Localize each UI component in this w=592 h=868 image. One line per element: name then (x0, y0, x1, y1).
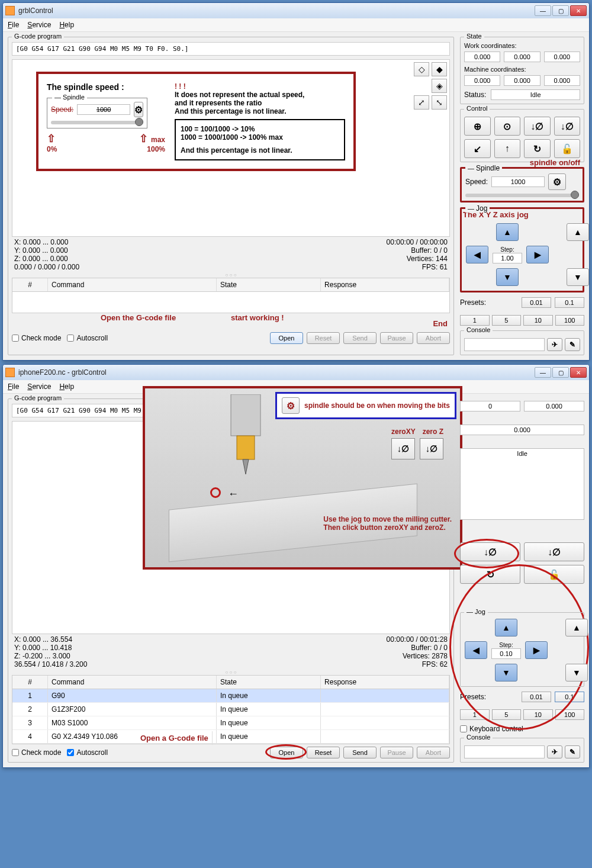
view-solid-icon[interactable]: ◆ (432, 62, 447, 76)
view-iso-icon[interactable]: ◈ (432, 79, 447, 93)
console-send-icon[interactable]: ✈ (547, 745, 562, 758)
preset-1[interactable]: 1 (460, 315, 490, 326)
spindle-demo-box: — Spindle Speed: ⚙ (47, 98, 147, 128)
zero-xy-button[interactable]: ↓∅ (524, 117, 551, 136)
jog-x-minus[interactable]: ◀ (465, 641, 487, 659)
maximize-button[interactable]: ▢ (552, 367, 569, 378)
send-button[interactable]: Send (343, 332, 377, 344)
annotation-spindle-onoff: spindle on/off (530, 158, 580, 167)
work-x: 0.000 (464, 52, 500, 62)
view-wireframe-icon[interactable]: ◇ (414, 62, 429, 76)
jog-x-plus[interactable]: ▶ (525, 641, 548, 659)
annotation-100pct: 100% (147, 145, 165, 153)
arrow-up-icon: ⇧ (47, 132, 56, 145)
svg-marker-6 (243, 459, 249, 474)
minimize-button[interactable]: — (535, 5, 551, 16)
app-icon (5, 368, 15, 377)
svg-rect-5 (237, 436, 255, 459)
mach-x: 0.000 (464, 75, 500, 86)
check-mode-checkbox[interactable]: Check mode (12, 748, 61, 757)
origin-button[interactable]: ↙ (464, 139, 491, 158)
jog-z-minus[interactable]: ▼ (565, 664, 588, 681)
unlock-button[interactable]: 🔓 (554, 139, 581, 158)
jog-y-plus[interactable]: ▲ (495, 619, 517, 636)
menu-service[interactable]: Service (27, 21, 51, 29)
speed-label: Speed: (465, 178, 488, 186)
preset-10[interactable]: 10 (523, 315, 553, 326)
col-state: State (217, 278, 321, 291)
annotation-ratio2: 1000 = 1000/1000 -> 100% max (181, 133, 339, 142)
close-button[interactable]: ✕ (570, 367, 587, 378)
table-row[interactable]: 4 G0 X2.4349 Y10.086 In queue Open a G-c… (12, 730, 449, 744)
autoscroll-checkbox[interactable]: Autoscroll (67, 334, 108, 342)
window-grblcontrol-1: grblControl — ▢ ✕ File Service Help G-co… (2, 2, 590, 361)
step-input[interactable]: 0.10 (491, 648, 521, 659)
console-send-icon[interactable]: ✈ (547, 338, 562, 351)
console-input[interactable] (464, 338, 545, 351)
view-fit-icon[interactable]: ⤡ (432, 95, 447, 110)
reset-button[interactable]: Reset (307, 747, 340, 758)
console-clear-icon[interactable]: ✎ (565, 745, 580, 758)
preset-0-1[interactable]: 0.1 (555, 297, 584, 308)
view-expand-icon[interactable]: ⤢ (414, 95, 429, 110)
zero-z-button[interactable]: ↓∅ (554, 117, 581, 136)
reset-button[interactable]: Reset (307, 332, 340, 344)
annotation-zeroz-label: zero Z (423, 427, 443, 436)
reset-control-button[interactable]: ↻ (524, 139, 551, 158)
step-input[interactable]: 1.00 (493, 253, 522, 263)
console-input[interactable] (464, 745, 545, 758)
annotation-bang: ! ! ! (175, 82, 345, 91)
probe-button[interactable]: ⊙ (494, 117, 521, 136)
annotation-ratio3: And this percentage is not linear. (181, 146, 339, 155)
preset-5[interactable]: 5 (492, 315, 522, 326)
jog-x-plus[interactable]: ▶ (526, 246, 549, 263)
autoscroll-checkbox[interactable]: Autoscroll (67, 748, 108, 757)
maximize-button[interactable]: ▢ (552, 5, 569, 16)
zero-z-button[interactable]: ↓∅ (524, 542, 584, 561)
table-row[interactable]: 2 G1Z3F200 In queue (12, 703, 449, 716)
home-button[interactable]: ⊕ (464, 117, 491, 136)
status-label: Status: (464, 91, 486, 99)
speed-input[interactable] (491, 176, 545, 187)
spindle-toggle-button[interactable]: ⚙ (548, 173, 566, 190)
abort-button[interactable]: Abort (417, 332, 450, 344)
work-coord-label: Work coordinates: (464, 42, 580, 49)
safe-z-button[interactable]: ↑ (494, 139, 521, 158)
jog-z-minus[interactable]: ▼ (567, 268, 589, 286)
preset-0-01[interactable]: 0.01 (522, 297, 551, 308)
menu-service[interactable]: Service (27, 382, 51, 391)
console-clear-icon[interactable]: ✎ (565, 338, 580, 351)
table-row[interactable]: 1 G90 In queue (12, 689, 449, 703)
spindle-toggle-icon[interactable]: ⚙ (134, 102, 143, 117)
annotation-zero-circle (454, 539, 519, 568)
abort-button[interactable]: Abort (417, 747, 450, 758)
jog-y-minus[interactable]: ▼ (496, 268, 519, 286)
close-button[interactable]: ✕ (570, 5, 587, 16)
jog-y-minus[interactable]: ▼ (495, 664, 517, 681)
annotation-open-circle (265, 744, 307, 760)
menu-help[interactable]: Help (59, 21, 74, 29)
annotation-milling-overlay: ← ⚙ spindle should be on when moving the… (143, 386, 462, 570)
gcode-viewport[interactable]: iPhone (12, 421, 450, 634)
speed-slider-demo (51, 121, 143, 124)
gcode-table[interactable]: # Command State Response 1 G90 In queue … (12, 675, 450, 744)
speed-slider[interactable] (465, 194, 579, 197)
jog-y-plus[interactable]: ▲ (496, 223, 519, 241)
preset-100[interactable]: 100 (555, 315, 585, 326)
menu-help[interactable]: Help (59, 382, 74, 391)
pause-button[interactable]: Pause (380, 747, 413, 758)
jog-z-plus[interactable]: ▲ (565, 619, 588, 636)
table-row[interactable]: 3 M03 S1000 In queue (12, 716, 449, 730)
jog-z-plus[interactable]: ▲ (567, 223, 589, 241)
check-mode-checkbox[interactable]: Check mode (12, 334, 61, 342)
menu-file[interactable]: File (8, 382, 19, 391)
send-button[interactable]: Send (343, 747, 377, 758)
open-button[interactable]: Open (270, 332, 303, 344)
annotation-open-gcode: Open a G-code file (137, 731, 213, 745)
menu-file[interactable]: File (8, 21, 19, 29)
minimize-button[interactable]: — (535, 367, 551, 378)
jog-x-minus[interactable]: ◀ (466, 246, 488, 263)
pause-button[interactable]: Pause (380, 332, 413, 344)
speed-label-struck: Speed: (51, 105, 73, 114)
gcode-viewport[interactable]: ◇ ◆ ◈ ⤢ ⤡ The spindle speed : (12, 59, 450, 237)
